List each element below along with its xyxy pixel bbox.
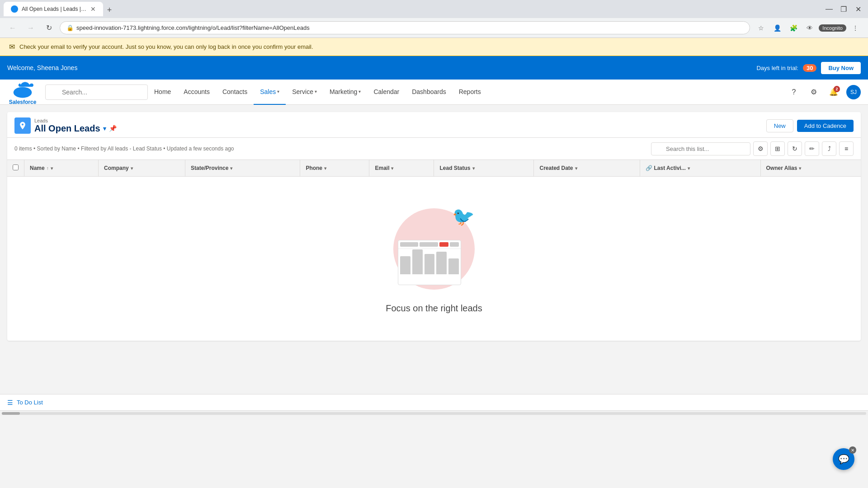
phone-dropdown-icon[interactable]: ▾ bbox=[324, 166, 326, 171]
edit-columns-button[interactable]: ✏ bbox=[805, 141, 819, 156]
horizontal-scrollbar[interactable] bbox=[0, 410, 868, 416]
user-avatar[interactable]: SJ bbox=[846, 85, 861, 99]
last-activity-dropdown-icon[interactable]: ▾ bbox=[688, 166, 690, 171]
scrollbar-thumb[interactable] bbox=[2, 412, 20, 415]
filter-button[interactable]: ≡ bbox=[839, 141, 854, 156]
nav-item-dashboards[interactable]: Dashboards bbox=[406, 80, 453, 105]
status-dropdown-icon[interactable]: ▾ bbox=[472, 166, 475, 171]
salesforce-logo-area: Salesforce bbox=[0, 79, 45, 105]
tab-title: All Open Leads | Leads | Salesfc... bbox=[22, 6, 87, 12]
todo-list-label: To Do List bbox=[17, 399, 43, 406]
created-date-dropdown-icon[interactable]: ▾ bbox=[575, 166, 577, 171]
notifications-button[interactable]: 🔔 2 bbox=[826, 85, 841, 99]
state-dropdown-icon[interactable]: ▾ bbox=[230, 166, 232, 171]
col-created-date[interactable]: Created Date ▾ bbox=[534, 160, 640, 177]
eye-icon[interactable]: 👁 bbox=[802, 21, 817, 35]
welcome-text: Welcome, Sheena Jones bbox=[7, 64, 77, 71]
scrollbar-track bbox=[2, 412, 866, 415]
col-phone[interactable]: Phone ▾ bbox=[300, 160, 369, 177]
list-toolbar-actions: 🔍 ⚙ ⊞ ↻ ✏ ⤴ ≡ bbox=[651, 141, 854, 156]
global-search-input[interactable] bbox=[45, 84, 148, 100]
list-breadcrumb: Leads bbox=[34, 118, 117, 123]
settings-button[interactable]: ⚙ bbox=[807, 85, 821, 99]
company-dropdown-icon[interactable]: ▾ bbox=[131, 166, 133, 171]
email-dropdown-icon[interactable]: ▾ bbox=[391, 166, 393, 171]
nav-item-contacts[interactable]: Contacts bbox=[216, 80, 254, 105]
list-name: All Open Leads ▾ 📌 bbox=[34, 123, 117, 134]
list-header: Leads All Open Leads ▾ 📌 New Add to Cade… bbox=[7, 112, 861, 138]
col-state[interactable]: State/Province ▾ bbox=[185, 160, 300, 177]
help-button[interactable]: ? bbox=[787, 85, 801, 99]
tab-favicon bbox=[11, 5, 18, 13]
sales-dropdown-icon: ▾ bbox=[277, 89, 279, 94]
search-list-wrapper: 🔍 bbox=[651, 142, 750, 155]
bird-icon: 🐦 bbox=[452, 206, 475, 227]
select-all-checkbox[interactable] bbox=[13, 164, 19, 170]
new-tab-button[interactable]: + bbox=[103, 4, 116, 16]
nav-item-marketing[interactable]: Marketing ▾ bbox=[323, 80, 367, 105]
window-close-button[interactable]: ✕ bbox=[852, 3, 864, 15]
empty-state: 🐦 Focus on the right leads bbox=[7, 177, 861, 341]
new-button[interactable]: New bbox=[766, 119, 793, 132]
nav-icons: ? ⚙ 🔔 2 SJ bbox=[787, 85, 868, 99]
forward-button[interactable]: → bbox=[24, 21, 38, 35]
marketing-dropdown-icon: ▾ bbox=[359, 89, 361, 94]
menu-button[interactable]: ⋮ bbox=[848, 21, 863, 35]
back-button[interactable]: ← bbox=[5, 21, 20, 35]
salesforce-app: ✉ Check your email to verify your accoun… bbox=[0, 38, 868, 416]
list-settings-button[interactable]: ⚙ bbox=[753, 141, 768, 156]
col-name[interactable]: Name ↑ ▾ bbox=[24, 160, 99, 177]
maximize-button[interactable]: ❐ bbox=[837, 3, 850, 15]
list-title-text: Leads All Open Leads ▾ 📌 bbox=[34, 118, 117, 134]
window-controls: — ❐ ✕ bbox=[823, 3, 864, 15]
banner-message: Check your email to verify your account.… bbox=[19, 43, 313, 50]
email-verification-banner: ✉ Check your email to verify your accoun… bbox=[0, 38, 868, 56]
buy-now-button[interactable]: Buy Now bbox=[821, 62, 861, 74]
active-tab[interactable]: All Open Leads | Leads | Salesfc... ✕ bbox=[4, 2, 103, 16]
nav-item-service[interactable]: Service ▾ bbox=[286, 80, 323, 105]
col-email[interactable]: Email ▾ bbox=[369, 160, 434, 177]
list-actions: New Add to Cadence bbox=[766, 119, 854, 132]
list-name-text: All Open Leads bbox=[34, 123, 100, 134]
select-all-column bbox=[7, 160, 24, 177]
empty-table-graphic bbox=[398, 240, 461, 285]
search-list-input[interactable] bbox=[651, 142, 750, 155]
list-info: 0 items • Sorted by Name • Filtered by A… bbox=[14, 145, 234, 152]
table-view-button[interactable]: ⊞ bbox=[770, 141, 785, 156]
profile-icon[interactable]: 👤 bbox=[770, 21, 784, 35]
col-company[interactable]: Company ▾ bbox=[98, 160, 185, 177]
pin-icon[interactable]: 📌 bbox=[109, 125, 117, 132]
minimize-button[interactable]: — bbox=[823, 3, 835, 15]
mail-icon: ✉ bbox=[9, 42, 15, 51]
todo-list-icon: ☰ bbox=[7, 399, 13, 406]
owner-dropdown-icon[interactable]: ▾ bbox=[799, 166, 801, 171]
nav-item-reports[interactable]: Reports bbox=[453, 80, 487, 105]
list-name-dropdown[interactable]: ▾ bbox=[103, 125, 106, 132]
col-lead-status[interactable]: Lead Status ▾ bbox=[434, 160, 534, 177]
nav-item-home[interactable]: Home bbox=[148, 80, 177, 105]
col-owner-alias[interactable]: Owner Alias ▾ bbox=[760, 160, 861, 177]
leads-table-container: Name ↑ ▾ Company ▾ bbox=[7, 160, 861, 177]
add-to-cadence-button[interactable]: Add to Cadence bbox=[797, 120, 854, 132]
leads-list-container: Leads All Open Leads ▾ 📌 New Add to Cade… bbox=[7, 112, 861, 341]
tab-close-button[interactable]: ✕ bbox=[90, 5, 96, 13]
leads-table: Name ↑ ▾ Company ▾ bbox=[7, 160, 861, 177]
bottom-bar[interactable]: ☰ To Do List bbox=[0, 394, 868, 410]
toolbar-actions: ☆ 👤 🧩 👁 Incognito ⋮ bbox=[754, 21, 863, 35]
address-bar[interactable]: 🔒 speed-innovation-7173.lightning.force.… bbox=[60, 21, 750, 34]
nav-item-calendar[interactable]: Calendar bbox=[367, 80, 406, 105]
nav-item-accounts[interactable]: Accounts bbox=[177, 80, 216, 105]
name-dropdown-icon[interactable]: ▾ bbox=[51, 166, 53, 171]
extensions-button[interactable]: 🧩 bbox=[786, 21, 801, 35]
bookmark-button[interactable]: ☆ bbox=[754, 21, 768, 35]
trial-label: Days left in trial: bbox=[756, 65, 798, 71]
salesforce-logo bbox=[12, 79, 33, 101]
global-search-wrapper: 🔍 bbox=[45, 84, 148, 100]
sharing-button[interactable]: ⤴ bbox=[822, 141, 836, 156]
browser-titlebar: All Open Leads | Leads | Salesfc... ✕ + … bbox=[0, 0, 868, 18]
nav-item-sales[interactable]: Sales ▾ bbox=[254, 80, 286, 105]
reload-button[interactable]: ↻ bbox=[42, 21, 56, 35]
refresh-button[interactable]: ↻ bbox=[788, 141, 802, 156]
col-last-activity[interactable]: 🔗 Last Activi... ▾ bbox=[640, 160, 760, 177]
url-text: speed-innovation-7173.lightning.force.co… bbox=[76, 24, 310, 31]
